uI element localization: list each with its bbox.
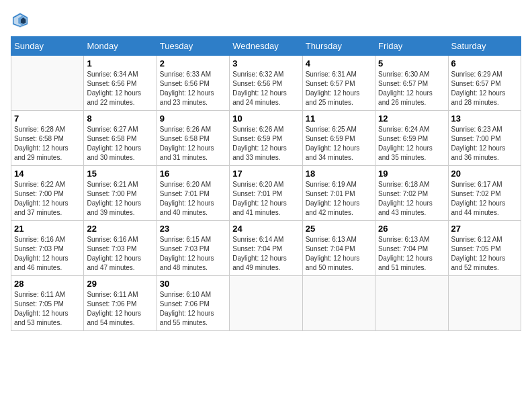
calendar-cell: 25Sunrise: 6:13 AM Sunset: 7:04 PM Dayli… — [302, 221, 375, 276]
calendar-cell: 30Sunrise: 6:10 AM Sunset: 7:06 PM Dayli… — [157, 276, 229, 331]
calendar-cell: 24Sunrise: 6:14 AM Sunset: 7:04 PM Dayli… — [230, 221, 302, 276]
calendar-cell: 6Sunrise: 6:29 AM Sunset: 6:57 PM Daylig… — [448, 56, 521, 111]
day-info: Sunrise: 6:10 AM Sunset: 7:06 PM Dayligh… — [160, 290, 226, 328]
weekday-header-row: SundayMondayTuesdayWednesdayThursdayFrid… — [11, 37, 521, 56]
day-info: Sunrise: 6:14 AM Sunset: 7:04 PM Dayligh… — [232, 235, 299, 273]
calendar-cell — [230, 276, 302, 331]
calendar-cell: 8Sunrise: 6:27 AM Sunset: 6:58 PM Daylig… — [84, 111, 157, 166]
week-row-5: 28Sunrise: 6:11 AM Sunset: 7:05 PM Dayli… — [11, 276, 521, 331]
day-info: Sunrise: 6:34 AM Sunset: 6:56 PM Dayligh… — [87, 70, 153, 107]
day-number: 11 — [306, 113, 372, 124]
day-number: 22 — [87, 224, 153, 234]
day-number: 26 — [378, 224, 445, 234]
calendar-cell: 9Sunrise: 6:26 AM Sunset: 6:58 PM Daylig… — [157, 111, 229, 166]
day-number: 25 — [306, 224, 372, 234]
day-number: 20 — [451, 169, 518, 179]
day-info: Sunrise: 6:18 AM Sunset: 7:02 PM Dayligh… — [378, 180, 445, 218]
calendar-cell — [448, 276, 521, 331]
day-info: Sunrise: 6:15 AM Sunset: 7:03 PM Dayligh… — [160, 235, 226, 273]
day-info: Sunrise: 6:13 AM Sunset: 7:04 PM Dayligh… — [306, 235, 372, 273]
calendar-cell: 15Sunrise: 6:21 AM Sunset: 7:00 PM Dayli… — [84, 166, 157, 221]
day-number: 7 — [14, 113, 81, 124]
day-info: Sunrise: 6:11 AM Sunset: 7:06 PM Dayligh… — [87, 290, 153, 328]
calendar-cell: 10Sunrise: 6:26 AM Sunset: 6:59 PM Dayli… — [230, 111, 302, 166]
day-number: 15 — [87, 169, 153, 179]
weekday-header-monday: Monday — [84, 37, 157, 56]
day-info: Sunrise: 6:26 AM Sunset: 6:59 PM Dayligh… — [232, 125, 299, 163]
calendar-table: SundayMondayTuesdayWednesdayThursdayFrid… — [11, 36, 521, 331]
day-number: 30 — [160, 279, 226, 289]
day-number: 17 — [232, 169, 299, 179]
weekday-header-wednesday: Wednesday — [230, 37, 302, 56]
day-info: Sunrise: 6:28 AM Sunset: 6:58 PM Dayligh… — [14, 125, 81, 163]
day-info: Sunrise: 6:20 AM Sunset: 7:01 PM Dayligh… — [232, 180, 299, 218]
day-number: 18 — [306, 169, 372, 179]
day-info: Sunrise: 6:29 AM Sunset: 6:57 PM Dayligh… — [451, 70, 518, 107]
day-info: Sunrise: 6:33 AM Sunset: 6:56 PM Dayligh… — [160, 70, 226, 107]
calendar-cell: 22Sunrise: 6:16 AM Sunset: 7:03 PM Dayli… — [84, 221, 157, 276]
day-info: Sunrise: 6:17 AM Sunset: 7:02 PM Dayligh… — [451, 180, 518, 218]
day-number: 24 — [232, 224, 299, 234]
calendar-cell: 1Sunrise: 6:34 AM Sunset: 6:56 PM Daylig… — [84, 56, 157, 111]
day-info: Sunrise: 6:13 AM Sunset: 7:04 PM Dayligh… — [378, 235, 445, 273]
day-number: 16 — [160, 169, 226, 179]
day-number: 10 — [232, 113, 299, 124]
calendar-cell: 23Sunrise: 6:15 AM Sunset: 7:03 PM Dayli… — [157, 221, 229, 276]
week-row-2: 7Sunrise: 6:28 AM Sunset: 6:58 PM Daylig… — [11, 111, 521, 166]
weekday-header-thursday: Thursday — [302, 37, 375, 56]
day-info: Sunrise: 6:21 AM Sunset: 7:00 PM Dayligh… — [87, 180, 153, 218]
calendar-cell — [375, 276, 448, 331]
calendar-cell: 16Sunrise: 6:20 AM Sunset: 7:01 PM Dayli… — [157, 166, 229, 221]
week-row-4: 21Sunrise: 6:16 AM Sunset: 7:03 PM Dayli… — [11, 221, 521, 276]
day-number: 8 — [87, 113, 153, 124]
calendar-cell: 18Sunrise: 6:19 AM Sunset: 7:01 PM Dayli… — [302, 166, 375, 221]
calendar-cell: 5Sunrise: 6:30 AM Sunset: 6:57 PM Daylig… — [375, 56, 448, 111]
day-number: 19 — [378, 169, 445, 179]
day-info: Sunrise: 6:25 AM Sunset: 6:59 PM Dayligh… — [306, 125, 372, 163]
day-info: Sunrise: 6:11 AM Sunset: 7:05 PM Dayligh… — [14, 290, 81, 328]
day-number: 4 — [306, 58, 372, 68]
calendar-cell: 17Sunrise: 6:20 AM Sunset: 7:01 PM Dayli… — [230, 166, 302, 221]
day-number: 12 — [378, 113, 445, 124]
day-info: Sunrise: 6:26 AM Sunset: 6:58 PM Dayligh… — [160, 125, 226, 163]
calendar-cell: 20Sunrise: 6:17 AM Sunset: 7:02 PM Dayli… — [448, 166, 521, 221]
day-info: Sunrise: 6:31 AM Sunset: 6:57 PM Dayligh… — [306, 70, 372, 107]
calendar-cell: 28Sunrise: 6:11 AM Sunset: 7:05 PM Dayli… — [11, 276, 84, 331]
logo-icon — [11, 11, 30, 30]
day-number: 28 — [14, 279, 81, 289]
day-number: 29 — [87, 279, 153, 289]
calendar-cell: 13Sunrise: 6:23 AM Sunset: 7:00 PM Dayli… — [448, 111, 521, 166]
calendar-cell: 12Sunrise: 6:24 AM Sunset: 6:59 PM Dayli… — [375, 111, 448, 166]
calendar-cell: 14Sunrise: 6:22 AM Sunset: 7:00 PM Dayli… — [11, 166, 84, 221]
calendar-cell: 19Sunrise: 6:18 AM Sunset: 7:02 PM Dayli… — [375, 166, 448, 221]
day-number: 6 — [451, 58, 518, 68]
weekday-header-saturday: Saturday — [448, 37, 521, 56]
calendar-cell: 29Sunrise: 6:11 AM Sunset: 7:06 PM Dayli… — [84, 276, 157, 331]
calendar-cell: 3Sunrise: 6:32 AM Sunset: 6:56 PM Daylig… — [230, 56, 302, 111]
day-number: 3 — [232, 58, 299, 68]
calendar-cell — [11, 56, 84, 111]
weekday-header-friday: Friday — [375, 37, 448, 56]
day-number: 14 — [14, 169, 81, 179]
day-info: Sunrise: 6:16 AM Sunset: 7:03 PM Dayligh… — [87, 235, 153, 273]
weekday-header-sunday: Sunday — [11, 37, 84, 56]
day-number: 27 — [451, 224, 518, 234]
calendar-cell: 11Sunrise: 6:25 AM Sunset: 6:59 PM Dayli… — [302, 111, 375, 166]
page-header — [11, 11, 521, 30]
calendar-cell: 4Sunrise: 6:31 AM Sunset: 6:57 PM Daylig… — [302, 56, 375, 111]
day-info: Sunrise: 6:22 AM Sunset: 7:00 PM Dayligh… — [14, 180, 81, 218]
calendar-cell: 2Sunrise: 6:33 AM Sunset: 6:56 PM Daylig… — [157, 56, 229, 111]
day-info: Sunrise: 6:32 AM Sunset: 6:56 PM Dayligh… — [232, 70, 299, 107]
day-number: 2 — [160, 58, 226, 68]
day-number: 5 — [378, 58, 445, 68]
week-row-3: 14Sunrise: 6:22 AM Sunset: 7:00 PM Dayli… — [11, 166, 521, 221]
day-info: Sunrise: 6:19 AM Sunset: 7:01 PM Dayligh… — [306, 180, 372, 218]
calendar-cell: 27Sunrise: 6:12 AM Sunset: 7:05 PM Dayli… — [448, 221, 521, 276]
calendar-cell: 26Sunrise: 6:13 AM Sunset: 7:04 PM Dayli… — [375, 221, 448, 276]
calendar-cell — [302, 276, 375, 331]
day-info: Sunrise: 6:12 AM Sunset: 7:05 PM Dayligh… — [451, 235, 518, 273]
day-number: 21 — [14, 224, 81, 234]
day-number: 23 — [160, 224, 226, 234]
day-number: 9 — [160, 113, 226, 124]
day-info: Sunrise: 6:23 AM Sunset: 7:00 PM Dayligh… — [451, 125, 518, 163]
